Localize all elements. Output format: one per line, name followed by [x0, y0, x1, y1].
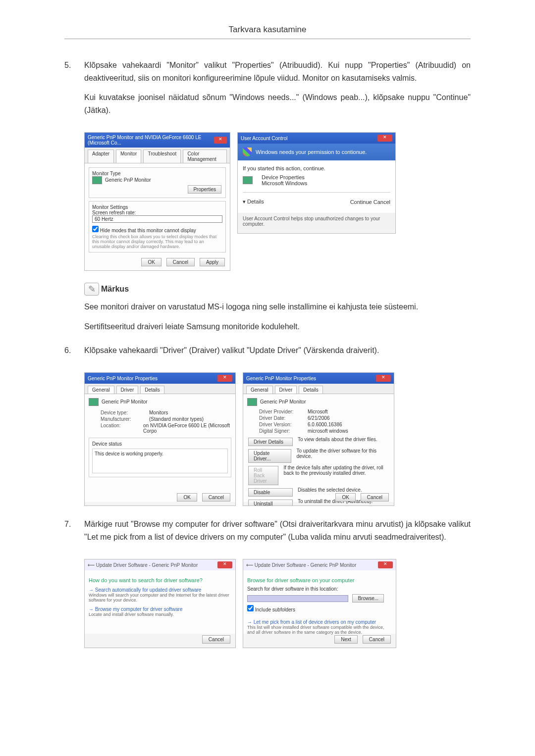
apply-button[interactable]: Apply [200, 258, 225, 266]
ok-button[interactable]: OK [141, 258, 161, 266]
properties-driver-screenshot: Generic PnP Monitor Properties ✕ General… [243, 372, 394, 506]
page-title: Tarkvara kasutamine [64, 25, 471, 39]
value: on NVIDIA GeForce 6600 LE (Microsoft Cor… [143, 423, 231, 434]
dialog-title: Update Driver Software - Generic PnP Mon… [255, 562, 356, 568]
monitor-name: Generic PnP Monitor [105, 177, 151, 183]
tab-adapter[interactable]: Adapter [88, 150, 114, 163]
note-text: Sertifitseeritud draiveri leiate Samsung… [84, 320, 471, 333]
disable-button[interactable]: Disable [248, 488, 293, 497]
uac-text: If you started this action, continue. [243, 165, 390, 171]
label: To update the driver software for this d… [296, 448, 390, 464]
step-5: 5. Klõpsake vahekaardi "Monitor" valikut… [64, 59, 471, 123]
label: Location: [101, 423, 139, 434]
path-input[interactable] [247, 595, 348, 602]
label: Digital Signer: [259, 428, 304, 434]
label: Driver Date: [259, 415, 304, 421]
refresh-label: Screen refresh rate: [92, 210, 222, 215]
tab-color[interactable]: Color Management [183, 150, 227, 163]
tab-general[interactable]: General [246, 386, 273, 394]
dialog-titlebar: Generic PnP Monitor Properties ✕ [85, 373, 235, 384]
tab-details[interactable]: Details [140, 386, 164, 394]
dialog-titlebar: User Account Control ✕ [238, 133, 395, 144]
group-label: Monitor Settings [92, 204, 222, 210]
uac-banner: Windows needs your permission to contion… [256, 149, 367, 155]
monitor-icon [92, 176, 102, 184]
cancel-button[interactable]: Cancel [202, 635, 230, 644]
properties-general-screenshot: Generic PnP Monitor Properties ✕ General… [84, 372, 236, 506]
note-icon: ✎ [84, 283, 99, 296]
group-label: Device status [92, 441, 228, 447]
monitor-icon [89, 398, 99, 406]
tab-details[interactable]: Details [299, 386, 323, 394]
continue-button[interactable]: Continue [350, 199, 372, 205]
refresh-rate-dropdown[interactable]: 60 Hertz [92, 215, 222, 223]
uac-footer: User Account Control helps stop unauthor… [238, 213, 395, 230]
value: Monitors [149, 410, 168, 415]
cancel-button[interactable]: Cancel [363, 635, 391, 644]
hide-modes-checkbox[interactable] [92, 226, 99, 232]
dialog-titlebar: Generic PnP Monitor and NVIDIA GeForce 6… [85, 133, 230, 148]
value: 6/21/2006 [308, 415, 330, 421]
step-7: 7. Märkige ruut "Browse my computer for … [64, 518, 471, 550]
status-text: This device is working properly. [92, 449, 228, 473]
device-icon [243, 176, 253, 184]
uninstall-button[interactable]: Uninstall [248, 500, 293, 506]
close-icon[interactable]: ✕ [378, 561, 393, 568]
wizard-browse-screenshot: ⟵ Update Driver Software - Generic PnP M… [243, 559, 396, 648]
shield-icon [243, 148, 252, 156]
tab-general[interactable]: General [88, 386, 114, 394]
label: Driver Version: [259, 422, 304, 427]
next-button[interactable]: Next [334, 635, 358, 644]
update-driver-button[interactable]: Update Driver... [248, 449, 291, 463]
label: Device type: [101, 410, 145, 415]
dialog-title: User Account Control [241, 136, 288, 141]
browse-computer-option[interactable]: → Browse my computer for driver software… [89, 606, 231, 617]
ok-button[interactable]: OK [335, 493, 355, 502]
tabs: Adapter Monitor Troubleshoot Color Manag… [85, 148, 230, 163]
details-toggle[interactable]: ▾ Details [243, 199, 264, 205]
include-subfolders-checkbox[interactable] [247, 605, 254, 611]
monitor-name: Generic PnP Monitor [260, 399, 306, 404]
cancel-button[interactable]: Cancel [374, 199, 390, 205]
value: microsoft windows [308, 428, 348, 434]
let-me-pick-option[interactable]: → Let me pick from a list of device driv… [247, 619, 392, 635]
close-icon[interactable]: ✕ [377, 135, 392, 142]
uac-dialog-screenshot: User Account Control ✕ Windows needs you… [237, 132, 396, 234]
dialog-title: Generic PnP Monitor and NVIDIA GeForce 6… [88, 135, 214, 146]
step-text: Klõpsake vahekaardi "Driver" (Draiver) v… [84, 344, 471, 357]
search-auto-option[interactable]: → Search automatically for updated drive… [89, 587, 231, 603]
group-label: Monitor Type [92, 171, 222, 176]
close-icon[interactable]: ✕ [217, 561, 232, 568]
properties-button[interactable]: Properties [188, 185, 221, 194]
step-text: Kui kuvatakse joonisel näidatud sõnum "W… [84, 91, 471, 116]
tab-driver[interactable]: Driver [275, 386, 297, 394]
wizard-heading: How do you want to search for driver sof… [89, 577, 231, 583]
value: Microsoft [308, 409, 328, 414]
step-number: 7. [64, 518, 84, 550]
note-text: See monitori draiver on varustatud MS-i … [84, 301, 471, 313]
cancel-button[interactable]: Cancel [361, 493, 389, 502]
driver-details-button[interactable]: Driver Details [248, 438, 293, 446]
tab-troubleshoot[interactable]: Troubleshoot [143, 150, 181, 163]
tab-driver[interactable]: Driver [116, 386, 139, 394]
label: To view details about the driver files. [298, 437, 377, 447]
close-icon[interactable]: ✕ [214, 137, 227, 144]
cancel-button[interactable]: Cancel [166, 258, 195, 266]
close-icon[interactable]: ✕ [376, 375, 391, 382]
screenshot-row: Generic PnP Monitor Properties ✕ General… [84, 372, 471, 506]
dialog-title: Update Driver Software - Generic PnP Mon… [96, 562, 198, 568]
rollback-button: Roll Back Driver [248, 466, 278, 485]
step-number: 5. [64, 59, 84, 123]
browse-button[interactable]: Browse... [352, 594, 384, 603]
device-properties-label: Device Properties [262, 174, 307, 180]
hide-modes-text: Clearing this check box allows you to se… [92, 234, 222, 249]
cancel-button[interactable]: Cancel [202, 493, 230, 502]
ok-button[interactable]: OK [177, 493, 197, 502]
hide-modes-label: Hide modes that this monitor cannot disp… [100, 228, 196, 233]
dialog-title: Generic PnP Monitor Properties [246, 376, 316, 381]
monitor-icon [247, 398, 257, 406]
note-label: Märkus [101, 285, 129, 294]
close-icon[interactable]: ✕ [217, 375, 232, 382]
step-number: 6. [64, 344, 84, 364]
tab-monitor[interactable]: Monitor [116, 150, 141, 163]
